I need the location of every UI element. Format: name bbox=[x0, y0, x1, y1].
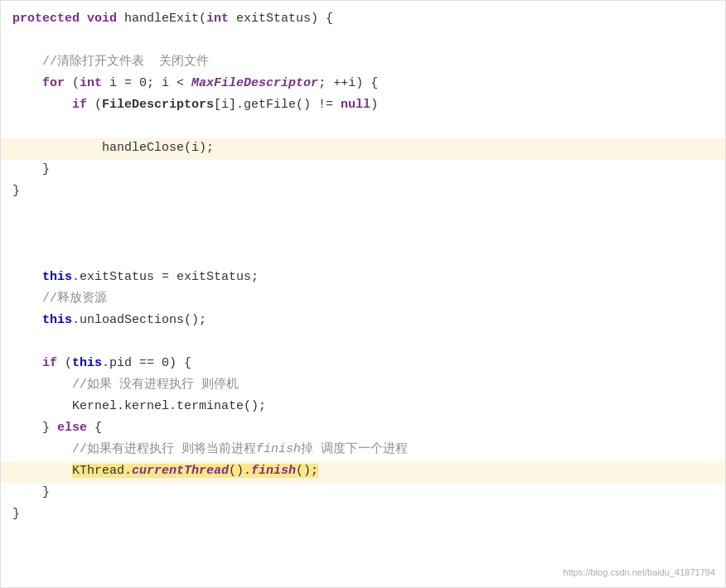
code-line-18: //如果 没有进程执行 则停机 bbox=[1, 375, 725, 397]
code-line-1: protected void handleExit(int exitStatus… bbox=[1, 9, 725, 31]
code-line-24: } bbox=[1, 504, 725, 526]
code-line-15: this.unloadSections(); bbox=[1, 311, 725, 332]
code-line-16 bbox=[1, 332, 725, 354]
keyword-else: else bbox=[57, 421, 87, 435]
code-line-2 bbox=[1, 31, 725, 52]
line-1-content: protected void handleExit(int exitStatus… bbox=[1, 9, 725, 31]
code-line-5: if (FileDescriptors[i].getFile() != null… bbox=[1, 95, 725, 117]
keyword-this-3: this bbox=[72, 356, 102, 370]
code-line-22: KThread.currentThread().finish(); bbox=[1, 461, 725, 483]
code-line-10 bbox=[1, 203, 725, 224]
comment-1: //清除打开文件表 关闭文件 bbox=[42, 55, 209, 69]
code-line-21: //如果有进程执行 则将当前进程finish掉 调度下一个进程 bbox=[1, 440, 725, 461]
code-line-14: //释放资源 bbox=[1, 289, 725, 311]
comment-3: //如果 没有进程执行 则停机 bbox=[72, 378, 239, 392]
keyword-void: void bbox=[87, 12, 117, 26]
code-line-23: } bbox=[1, 483, 725, 504]
highlight-kthread: KThread.currentThread().finish(); bbox=[72, 464, 318, 478]
code-line-3: //清除打开文件表 关闭文件 bbox=[1, 52, 725, 74]
code-line-12 bbox=[1, 246, 725, 267]
code-line-19: Kernel.kernel.terminate(); bbox=[1, 397, 725, 418]
keyword-this-1: this bbox=[42, 270, 72, 284]
code-line-7: handleClose(i); bbox=[1, 138, 725, 160]
file-descriptors: FileDescriptors bbox=[102, 98, 214, 112]
code-line-17: if (this.pid == 0) { bbox=[1, 354, 725, 375]
keyword-for: for bbox=[42, 76, 65, 90]
keyword-null: null bbox=[341, 98, 370, 112]
code-line-11 bbox=[1, 224, 725, 246]
keyword-if: if bbox=[72, 98, 87, 112]
keyword-int2: int bbox=[80, 76, 102, 90]
comment-4: //如果有进程执行 则将当前进程finish掉 调度下一个进程 bbox=[72, 442, 408, 456]
code-line-8: } bbox=[1, 160, 725, 181]
code-line-4: for (int i = 0; i < MaxFileDescriptor; +… bbox=[1, 74, 725, 95]
comment-2: //释放资源 bbox=[42, 292, 107, 306]
max-file-descriptor: MaxFileDescriptor bbox=[191, 76, 318, 90]
finish-method: finish bbox=[251, 464, 296, 478]
code-editor: protected void handleExit(int exitStatus… bbox=[0, 0, 726, 588]
keyword-int: int bbox=[206, 12, 229, 26]
code-line-9: } bbox=[1, 181, 725, 203]
current-thread: currentThread bbox=[132, 464, 229, 478]
keyword-if2: if bbox=[42, 356, 57, 370]
watermark: https://blog.csdn.net/baidu_41871794 bbox=[564, 566, 715, 581]
keyword-protected: protected bbox=[12, 12, 80, 26]
code-line-20: } else { bbox=[1, 418, 725, 440]
code-line-6 bbox=[1, 117, 725, 138]
keyword-this-2: this bbox=[42, 313, 72, 327]
code-line-13: this.exitStatus = exitStatus; bbox=[1, 267, 725, 289]
